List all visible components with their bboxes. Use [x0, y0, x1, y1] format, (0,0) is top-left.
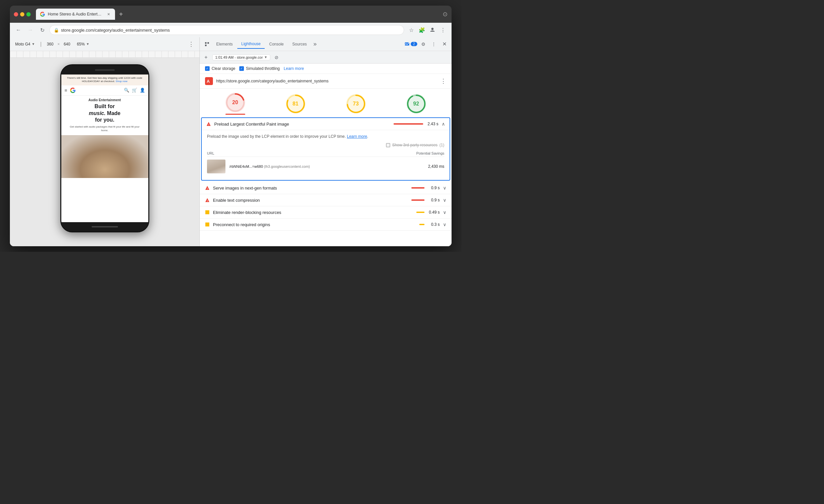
forward-button[interactable]: → [26, 25, 35, 34]
audit-score-bar-0: 0.9 s [411, 186, 440, 190]
score-bar-1 [411, 199, 424, 201]
score-bar-0 [411, 187, 424, 189]
phone-mockup: There's still time. Get free two-day shi… [60, 64, 149, 232]
omnibar-actions: ☆ 🧩 ⋮ [407, 25, 447, 34]
tab-lighthouse[interactable]: Lighthouse [237, 39, 265, 49]
svg-text:A: A [207, 79, 210, 84]
tab-title: Home Stereo & Audio Entertain... [48, 12, 103, 16]
lighthouse-options: Clear storage Simulated throttling Learn… [200, 64, 451, 74]
zoom-chevron-icon: ▼ [86, 42, 89, 46]
description-learn-more[interactable]: Learn more [347, 134, 367, 139]
zoom-value: 65% [77, 42, 85, 46]
chevron-icon-0: ∨ [443, 185, 446, 191]
phone-screen: There's still time. Get free two-day shi… [61, 75, 148, 222]
devtools-add-button[interactable] [202, 39, 212, 49]
audit-results: ! Preload Largest Contentful Paint image… [200, 116, 451, 246]
chevron-icon-3: ∨ [443, 222, 446, 227]
active-tab[interactable]: Home Stereo & Audio Entertain... ✕ [36, 9, 115, 20]
new-tab-button[interactable]: + [116, 10, 126, 19]
svg-rect-22 [205, 222, 209, 226]
learn-more-link[interactable]: Learn more [284, 66, 304, 71]
settings-button[interactable]: ⚙ [419, 39, 428, 49]
audit-item-header-1[interactable]: ! Enable text compression 0.9 s ∨ [200, 194, 451, 206]
tab-favicon-icon [40, 11, 45, 17]
score-seo: 92 [406, 94, 426, 114]
audit-menu-button[interactable]: ⋮ [440, 78, 446, 85]
maximize-button[interactable] [26, 12, 31, 16]
audit-time-3: 0.3 s [426, 222, 440, 227]
tab-close-button[interactable]: ✕ [106, 11, 111, 17]
svg-text:!: ! [208, 123, 209, 126]
score-performance: 20 [225, 93, 245, 115]
device-viewport: There's still time. Get free two-day shi… [10, 58, 199, 246]
third-party-checkbox[interactable] [386, 143, 390, 147]
search-icon: 🔍 [124, 88, 129, 93]
address-bar[interactable]: 🔒 store.google.com/category/audio_entert… [49, 25, 404, 35]
main-area: Moto G4 ▼ | 360 × 640 65% ▼ ⋮ [10, 37, 451, 246]
tab-elements[interactable]: Elements [212, 40, 237, 48]
score-value-accessibility: 81 [293, 101, 299, 107]
feedback-icon [404, 41, 410, 47]
devtools-menu-button[interactable]: ⋮ [429, 39, 438, 49]
score-value-seo: 92 [413, 101, 419, 107]
hero-person-illustration [61, 135, 148, 178]
back-button[interactable]: ← [14, 25, 23, 34]
clear-storage-checkbox[interactable]: Clear storage [205, 66, 235, 71]
score-bar-red [394, 123, 423, 125]
tabs-more-button[interactable]: » [311, 40, 319, 47]
expanded-audit-header[interactable]: ! Preload Largest Contentful Paint image… [202, 118, 449, 130]
expanded-audit-title: Preload Largest Contentful Paint image [214, 122, 390, 126]
audit-score-bar: 2.43 s [394, 122, 438, 126]
svg-rect-3 [205, 44, 207, 46]
menu-button[interactable]: ⋮ [438, 25, 447, 34]
devtools-actions: 2 ⚙ ⋮ ✕ [404, 39, 449, 49]
bookmark-button[interactable]: ☆ [407, 25, 416, 34]
profile-button[interactable] [428, 25, 437, 34]
devtools-tabs: Elements Lighthouse Console Sources » 2 [200, 37, 451, 51]
hero-line3: for you. [95, 117, 114, 123]
extension-button[interactable]: 🧩 [417, 25, 426, 34]
banner-link[interactable]: Shop now [116, 80, 127, 83]
score-circle-accessibility: 81 [286, 94, 306, 114]
url-selector[interactable]: 1:01:49 AM - store.google.cor ▼ [212, 55, 270, 60]
score-accessibility: 81 [286, 94, 306, 114]
tab-sources[interactable]: Sources [288, 40, 311, 48]
separator: | [40, 41, 41, 47]
expanded-audit-time: 2.43 s [425, 122, 438, 126]
reload-button[interactable]: ↻ [37, 25, 47, 34]
savings-value: 2,430 ms [424, 164, 444, 169]
device-selector[interactable]: Moto G4 ▼ [15, 42, 35, 46]
score-underline-performance [225, 114, 245, 115]
hero-heading: Built for music. Made for you. [67, 103, 143, 124]
audit-item-header-2[interactable]: Eliminate render-blocking resources 0.49… [200, 206, 451, 218]
audit-item-header-3[interactable]: Preconnect to required origins 0.3 s ∨ [200, 218, 451, 230]
tab-bar: Home Stereo & Audio Entertain... ✕ + [36, 9, 440, 20]
device-width: 360 [47, 42, 54, 46]
minimize-button[interactable] [20, 12, 24, 16]
score-best-practices: 73 [346, 94, 366, 114]
audit-table: URL Potential Savings /rbNNiE4oM...=w680… [202, 150, 449, 180]
phone-top [61, 65, 148, 75]
device-more-button[interactable]: ⋮ [188, 40, 194, 48]
devtools-close-button[interactable]: ✕ [440, 39, 449, 49]
hero-subtitle: Get started with audio packages that fit… [67, 125, 143, 132]
clear-button[interactable]: ⊘ [273, 54, 280, 61]
svg-text:!: ! [207, 199, 208, 202]
table-row: /rbNNiE4oM...=w680 (lh3.googleuserconten… [207, 157, 444, 176]
tab-console[interactable]: Console [265, 40, 288, 48]
audit-item-0: ! Serve images in next-gen formats 0.9 s… [200, 182, 451, 194]
omnibar: ← → ↻ 🔒 store.google.com/category/audio_… [10, 23, 451, 37]
zoom-selector[interactable]: 65% ▼ [77, 42, 89, 46]
close-button[interactable] [14, 12, 18, 16]
audit-item-header-0[interactable]: ! Serve images in next-gen formats 0.9 s… [200, 182, 451, 194]
score-value-performance: 20 [232, 100, 238, 105]
throttling-checkbox[interactable]: Simulated throttling [239, 66, 280, 71]
warning-icon-2 [205, 210, 210, 215]
new-report-button[interactable]: + [202, 54, 210, 61]
scores-row: 20 81 [200, 89, 451, 116]
hero-text: Built for music. Made for you. Get start… [61, 103, 148, 135]
col-savings: Potential Savings [416, 151, 444, 155]
warning-icon: ! [206, 122, 211, 126]
ruler [10, 51, 199, 58]
hamburger-icon: ≡ [65, 88, 67, 93]
